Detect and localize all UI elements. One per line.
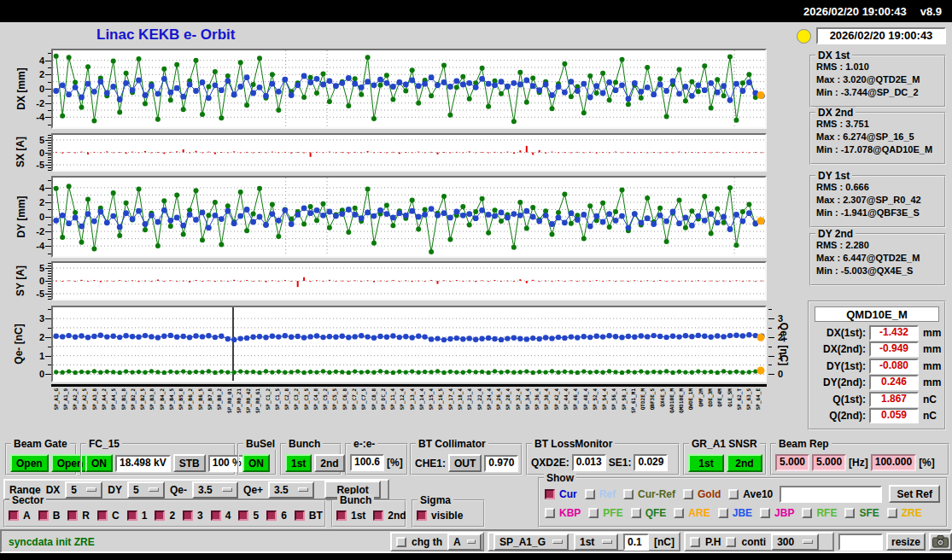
bpm-label: SP_64_E bbox=[755, 388, 761, 410]
qmd-dx2-unit: mm bbox=[923, 343, 941, 355]
ee-ratio-value: 100.6 bbox=[350, 454, 384, 471]
checkbox-ave10[interactable]: Ave10 bbox=[728, 488, 773, 500]
checkbox-kbp[interactable]: KBP bbox=[545, 507, 581, 519]
dy1-max: Max : 2.307@SP_R0_42 bbox=[811, 194, 944, 207]
set-ref-button[interactable]: Set Ref bbox=[889, 485, 940, 503]
gra1-2nd-button[interactable]: 2nd bbox=[727, 454, 762, 472]
axis-tick bbox=[45, 61, 51, 61]
axis-tick bbox=[48, 157, 51, 158]
axis-tick-label: 5 bbox=[22, 264, 44, 273]
range-qem-dropdown[interactable]: 3.5 bbox=[192, 481, 238, 499]
range-dy-dropdown[interactable]: 5 bbox=[127, 481, 165, 499]
dy-orbit-plot[interactable] bbox=[51, 176, 767, 258]
bunch-1st-button[interactable]: 1st bbox=[285, 454, 312, 472]
selected-bpm-name[interactable]: QMD10E_M bbox=[815, 306, 939, 322]
interval-dropdown[interactable]: 300 bbox=[771, 534, 819, 551]
show-row1-checkboxes: CurRefCur-RefGoldAve10 bbox=[545, 488, 773, 500]
bpm-label: SP_63_S bbox=[745, 388, 751, 410]
bottom-border bbox=[0, 553, 952, 560]
checkbox-2nd[interactable]: 2nd bbox=[373, 510, 406, 522]
checkbox-a[interactable]: A bbox=[9, 510, 31, 522]
busel-on-button[interactable]: ON bbox=[242, 454, 270, 472]
beam-gate-open-button-1[interactable]: Open bbox=[10, 454, 49, 472]
checkbox-zre[interactable]: ZRE bbox=[887, 507, 922, 519]
checkbox-ref[interactable]: Ref bbox=[585, 488, 616, 500]
checkbox-cur[interactable]: Cur bbox=[545, 488, 577, 500]
checkbox-label: 5 bbox=[253, 510, 259, 522]
range-qep-dropdown[interactable]: 3.5 bbox=[268, 481, 314, 499]
show-group: Show CurRefCur-RefGoldAve10 Set Ref KBPP… bbox=[538, 477, 948, 528]
checkbox-jbe[interactable]: JBE bbox=[718, 507, 752, 519]
charge-threshold-input[interactable] bbox=[623, 534, 649, 551]
ph-checkbox[interactable] bbox=[690, 537, 700, 547]
dropdown-handle-icon bbox=[222, 487, 232, 492]
bunch-title: Bunch bbox=[286, 438, 323, 450]
sx-steering-plot[interactable] bbox=[51, 133, 767, 172]
checkbox-pfe[interactable]: PFE bbox=[588, 507, 622, 519]
checkbox-3[interactable]: 3 bbox=[183, 510, 203, 522]
checkbox-6[interactable]: 6 bbox=[266, 510, 287, 522]
checkbox-label: PFE bbox=[603, 507, 622, 519]
checkbox-gold[interactable]: Gold bbox=[683, 488, 721, 500]
axis-tick-label: -5 bbox=[22, 160, 44, 170]
bpm-label: SP_A4_2 bbox=[101, 388, 107, 410]
resize-button[interactable]: resize bbox=[886, 533, 926, 551]
checkbox-visible[interactable]: visible bbox=[417, 510, 463, 522]
axis-tick-label: 0 bbox=[22, 277, 44, 286]
bunch-2nd-button[interactable]: 2nd bbox=[314, 454, 344, 472]
checkbox-1[interactable]: 1 bbox=[127, 510, 148, 522]
bunch-select-dropdown[interactable]: 1st bbox=[574, 534, 618, 551]
checkbox-2[interactable]: 2 bbox=[155, 510, 175, 522]
ref-name-input[interactable] bbox=[780, 486, 882, 503]
checkbox-b[interactable]: B bbox=[38, 510, 61, 522]
bpm-select-dropdown[interactable]: SP_A1_G bbox=[494, 534, 569, 551]
bpm-label: SP_R0_61 bbox=[254, 388, 260, 413]
checkbox-qfe[interactable]: QFE bbox=[631, 507, 667, 519]
qxd2e-value: 0.013 bbox=[572, 454, 606, 471]
sy-steering-plot[interactable] bbox=[51, 261, 767, 300]
axis-tick bbox=[48, 254, 51, 254]
sy-plot-svg bbox=[53, 263, 765, 299]
camera-icon bbox=[932, 535, 949, 548]
charge-plot[interactable] bbox=[51, 306, 767, 382]
dx-orbit-plot[interactable] bbox=[51, 49, 767, 129]
che1-out-button[interactable]: OUT bbox=[448, 454, 482, 472]
bpm-label: SP_C3_5 bbox=[303, 388, 309, 410]
screenshot-button[interactable] bbox=[929, 533, 952, 551]
bpm-label: SP_12_4 bbox=[399, 388, 405, 410]
checkbox-5[interactable]: 5 bbox=[238, 510, 259, 522]
checkbox-label: A bbox=[23, 510, 31, 522]
checkbox-r[interactable]: R bbox=[67, 510, 90, 522]
axis-tick bbox=[45, 337, 51, 338]
bt-collimator-title: BT Collimator bbox=[416, 438, 488, 450]
fc15-on-button[interactable]: ON bbox=[85, 454, 113, 472]
checkbox-sfe[interactable]: SFE bbox=[844, 507, 879, 519]
chg-th-checkbox[interactable] bbox=[396, 537, 406, 547]
checkbox-c[interactable]: C bbox=[97, 510, 120, 522]
checkbox-rfe[interactable]: RFE bbox=[802, 507, 837, 519]
checkbox-box bbox=[238, 510, 248, 521]
dy-2nd-stats-group: DY 2nd RMS : 2.280 Max : 6.447@QTD2E_M M… bbox=[809, 233, 946, 286]
checkbox-4[interactable]: 4 bbox=[211, 510, 231, 522]
gra1-1st-button[interactable]: 1st bbox=[688, 454, 724, 472]
range-qep-label: Qe+ bbox=[243, 484, 263, 496]
bpm-label: SP_DC_2 bbox=[380, 388, 386, 410]
bpm-label: QX4E_S bbox=[659, 388, 665, 407]
bpm-label: SP_A2_5 bbox=[81, 388, 87, 410]
status-text-input[interactable] bbox=[838, 534, 883, 551]
axis-tick-label: 4 bbox=[22, 184, 44, 193]
conti-checkbox[interactable] bbox=[726, 537, 736, 547]
fc15-stb-button[interactable]: STB bbox=[173, 454, 206, 472]
qmd-row: Q(2nd): 0.059 nC bbox=[809, 408, 944, 425]
dx1-max: Max : 3.020@QTD2E_M bbox=[811, 73, 944, 86]
axis-tick bbox=[48, 286, 51, 287]
beam-rep-hz-unit: [Hz] bbox=[849, 457, 868, 469]
checkbox-curref[interactable]: Cur-Ref bbox=[623, 488, 675, 500]
checkbox-1st[interactable]: 1st bbox=[336, 510, 365, 522]
checkbox-are[interactable]: ARE bbox=[674, 507, 710, 519]
chg-th-dropdown[interactable]: A bbox=[447, 534, 482, 551]
checkbox-bt[interactable]: BT bbox=[295, 510, 323, 522]
checkbox-label: RFE bbox=[816, 507, 837, 519]
range-dx-dropdown[interactable]: 5 bbox=[65, 481, 102, 499]
checkbox-jbp[interactable]: JBP bbox=[760, 507, 794, 519]
